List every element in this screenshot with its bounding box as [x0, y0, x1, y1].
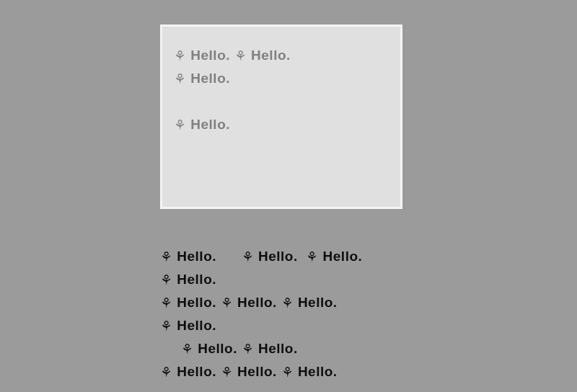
lower-text-block: ⚘ Hello. ⚘ Hello. ⚘ Hello.⚘ Hello.⚘ Hell…: [160, 245, 449, 383]
text-line: ⚘ Hello.: [174, 67, 389, 90]
text-line: ⚘ Hello.: [174, 113, 389, 136]
hello-word: Hello.: [190, 48, 230, 63]
flower-icon: ⚘: [242, 338, 255, 361]
flower-icon: ⚘: [160, 246, 173, 269]
text-line: ⚘ Hello. ⚘ Hello. ⚘ Hello.: [160, 360, 449, 383]
hello-word: Hello.: [237, 364, 277, 379]
text-line: ⚘ Hello. ⚘ Hello.: [174, 44, 389, 67]
text-line: ⚘ Hello.: [160, 268, 449, 291]
hello-word: Hello.: [198, 341, 237, 356]
flower-icon: ⚘: [160, 361, 173, 384]
hello-word: Hello.: [190, 117, 230, 132]
hello-word: Hello.: [177, 318, 216, 333]
flower-icon: ⚘: [174, 114, 187, 137]
flower-icon: ⚘: [221, 292, 234, 315]
hello-word: Hello.: [258, 341, 298, 356]
flower-icon: ⚘: [242, 246, 255, 269]
hello-word: Hello.: [298, 295, 338, 310]
flower-icon: ⚘: [174, 68, 187, 91]
hello-word: Hello.: [251, 48, 291, 63]
flower-icon: ⚘: [160, 269, 173, 292]
hello-word: Hello.: [177, 249, 216, 264]
text-line: ⚘ Hello.: [160, 314, 449, 337]
text-line: ⚘ Hello. ⚘ Hello.: [160, 337, 449, 360]
flower-icon: ⚘: [281, 292, 294, 315]
flower-icon: ⚘: [221, 361, 234, 384]
hello-word: Hello.: [190, 71, 230, 86]
flower-icon: ⚘: [160, 292, 173, 315]
flower-icon: ⚘: [281, 361, 294, 384]
hello-word: Hello.: [323, 249, 363, 264]
flower-icon: ⚘: [174, 45, 187, 68]
hello-word: Hello.: [177, 364, 216, 379]
flower-icon: ⚘: [181, 338, 194, 361]
hello-word: Hello.: [237, 295, 277, 310]
flower-icon: ⚘: [160, 315, 173, 338]
text-line: ⚘ Hello. ⚘ Hello. ⚘ Hello.: [160, 245, 449, 268]
hello-word: Hello.: [177, 295, 216, 310]
top-panel: ⚘ Hello. ⚘ Hello.⚘ Hello. ⚘ Hello.: [160, 24, 402, 209]
text-line: ⚘ Hello. ⚘ Hello. ⚘ Hello.: [160, 291, 449, 314]
flower-icon: ⚘: [234, 45, 247, 68]
flower-icon: ⚘: [306, 246, 319, 269]
hello-word: Hello.: [177, 272, 216, 287]
hello-word: Hello.: [298, 364, 338, 379]
hello-word: Hello.: [258, 249, 298, 264]
